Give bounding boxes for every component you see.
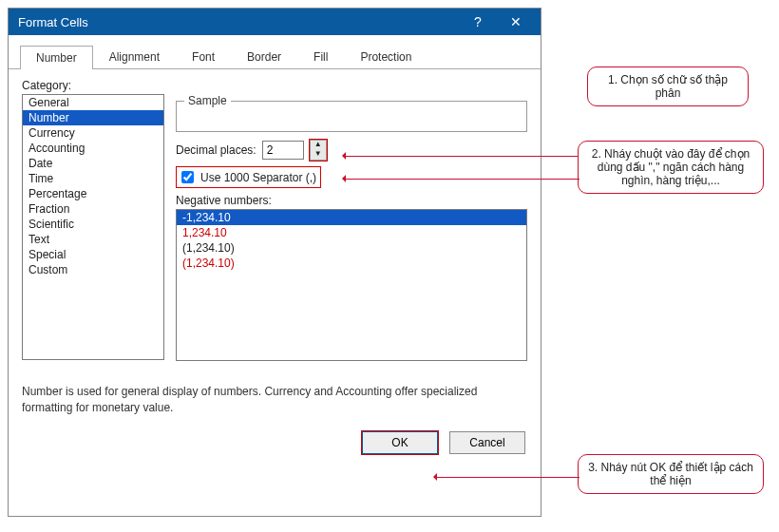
callout-2: 2. Nháy chuột vào đây để chọn dùng dấu "…: [578, 141, 764, 194]
neg-item-3[interactable]: (1,234.10): [177, 256, 526, 271]
decimal-row: Decimal places: ▲ ▼: [176, 140, 527, 161]
callout-1: 1. Chọn số chữ số thập phân: [587, 66, 749, 106]
cat-percentage[interactable]: Percentage: [23, 186, 163, 201]
tab-protection[interactable]: Protection: [344, 45, 428, 68]
separator-row: Use 1000 Separator (,): [176, 166, 527, 188]
spinner-down-icon[interactable]: ▼: [311, 150, 326, 160]
cat-time[interactable]: Time: [23, 171, 163, 186]
tab-alignment[interactable]: Alignment: [93, 45, 176, 68]
right-column: Sample Decimal places: ▲ ▼ Use 1000 Sepa…: [176, 94, 527, 361]
negative-list[interactable]: -1,234.10 1,234.10 (1,234.10) (1,234.10): [176, 209, 527, 361]
arrow-2: [344, 179, 580, 180]
category-list[interactable]: General Number Currency Accounting Date …: [22, 94, 164, 360]
cat-text[interactable]: Text: [23, 232, 163, 247]
cat-scientific[interactable]: Scientific: [23, 217, 163, 232]
dialog-body: Category: General Number Currency Accoun…: [9, 69, 541, 424]
decimal-spinner[interactable]: ▲ ▼: [310, 140, 327, 161]
cancel-button[interactable]: Cancel: [449, 431, 525, 454]
cat-special[interactable]: Special: [23, 247, 163, 262]
negative-label: Negative numbers:: [176, 194, 527, 207]
description-text: Number is used for general display of nu…: [22, 384, 516, 416]
ok-button[interactable]: OK: [362, 431, 438, 454]
separator-checkbox[interactable]: [181, 171, 194, 183]
category-label: Category:: [22, 79, 527, 92]
arrow-1: [344, 156, 589, 157]
cat-general[interactable]: General: [23, 95, 163, 110]
decimal-label: Decimal places:: [176, 143, 256, 157]
arrow-3: [435, 477, 580, 478]
neg-item-1[interactable]: 1,234.10: [177, 225, 526, 240]
neg-item-2[interactable]: (1,234.10): [177, 240, 526, 256]
callout-3: 3. Nháy nút OK để thiết lập cách thể hiệ…: [578, 454, 764, 494]
dialog-title: Format Cells: [18, 15, 459, 29]
cat-fraction[interactable]: Fraction: [23, 201, 163, 217]
tab-number[interactable]: Number: [20, 46, 93, 69]
cat-date[interactable]: Date: [23, 156, 163, 171]
tab-border[interactable]: Border: [231, 45, 297, 68]
help-button[interactable]: ?: [459, 14, 497, 29]
neg-item-0[interactable]: -1,234.10: [177, 210, 526, 225]
cat-accounting[interactable]: Accounting: [23, 141, 163, 156]
tab-fill[interactable]: Fill: [297, 45, 344, 68]
sample-group: Sample: [176, 94, 527, 132]
separator-checkbox-wrap[interactable]: Use 1000 Separator (,): [176, 166, 321, 188]
close-button[interactable]: ✕: [497, 14, 535, 29]
separator-label: Use 1000 Separator (,): [200, 171, 316, 184]
cat-number[interactable]: Number: [23, 110, 163, 125]
tab-strip: Number Alignment Font Border Fill Protec…: [9, 41, 541, 69]
cat-custom[interactable]: Custom: [23, 262, 163, 277]
tab-font[interactable]: Font: [176, 45, 231, 68]
sample-label: Sample: [184, 94, 231, 107]
decimal-input[interactable]: [262, 141, 304, 160]
button-row: OK Cancel: [9, 424, 541, 466]
titlebar: Format Cells ? ✕: [9, 9, 541, 35]
format-cells-dialog: Format Cells ? ✕ Number Alignment Font B…: [8, 8, 542, 517]
cat-currency[interactable]: Currency: [23, 125, 163, 141]
